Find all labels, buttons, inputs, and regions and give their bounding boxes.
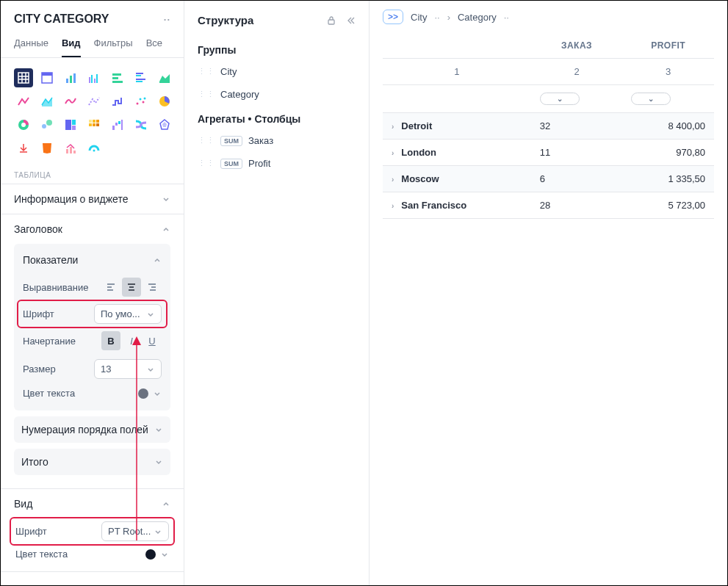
pie-icon[interactable] — [155, 92, 174, 111]
collapse-icon[interactable] — [345, 15, 356, 26]
chevron-right-icon[interactable]: › — [392, 149, 394, 157]
chevron-up-icon — [162, 499, 170, 508]
html-icon[interactable] — [37, 139, 57, 158]
aggregate-label: Заказ — [248, 135, 273, 146]
chevron-down-icon — [146, 365, 155, 374]
download-icon[interactable] — [14, 139, 33, 158]
bold-button[interactable]: B — [101, 331, 120, 350]
breadcrumb-city[interactable]: City — [411, 12, 427, 23]
align-right-button[interactable] — [143, 278, 162, 297]
hbar-icon[interactable] — [108, 68, 127, 87]
combo-icon[interactable] — [61, 139, 80, 158]
filter-pill[interactable]: ⌄ — [540, 93, 580, 105]
svg-rect-0 — [18, 73, 29, 83]
svg-rect-34 — [93, 120, 95, 123]
chevron-right-icon[interactable]: › — [392, 176, 394, 184]
group-label: Category — [220, 89, 259, 100]
indicators-panel: Показатели Выравнивание — [14, 244, 170, 410]
widget-info-toggle[interactable]: Информация о виджете — [1, 184, 184, 214]
grouped-bar-icon[interactable] — [84, 68, 104, 87]
breadcrumb: >> City ·· › Category ·· — [370, 1, 727, 33]
tab-view[interactable]: Вид — [62, 33, 81, 57]
chevron-down-icon[interactable] — [154, 457, 163, 466]
svg-point-29 — [46, 120, 52, 126]
view-color-picker[interactable] — [145, 549, 169, 560]
align-segment — [101, 278, 162, 297]
bar-icon[interactable] — [61, 68, 80, 87]
area-icon[interactable] — [37, 92, 57, 111]
tab-data[interactable]: Данные — [14, 33, 48, 57]
scatter-icon[interactable] — [131, 92, 151, 111]
cell-city: San Francisco — [401, 200, 466, 211]
align-left-button[interactable] — [101, 278, 120, 297]
sankey-icon[interactable] — [131, 115, 151, 134]
cell-order: 6 — [531, 166, 623, 192]
aggregate-item-profit[interactable]: ⋮⋮ SUM Profit — [198, 152, 356, 175]
view-section-toggle[interactable]: Вид — [1, 489, 184, 518]
italic-button[interactable]: I — [122, 331, 141, 350]
svg-rect-35 — [96, 120, 99, 123]
table-icon[interactable] — [14, 68, 33, 87]
align-center-button[interactable] — [122, 278, 141, 297]
text-color-label: Цвет текста — [23, 388, 75, 399]
total-label: Итого — [21, 456, 48, 468]
more-icon[interactable]: ·· — [164, 14, 170, 25]
radar-icon[interactable] — [155, 115, 174, 134]
area-fill-icon[interactable] — [155, 68, 174, 87]
bubble-icon[interactable] — [37, 115, 57, 134]
filter-pill[interactable]: ⌄ — [631, 93, 671, 105]
table-row[interactable]: ›Moscow 6 1 335,50 — [383, 166, 714, 192]
chevron-right-icon: › — [447, 12, 450, 23]
text-color-picker[interactable] — [138, 388, 162, 399]
sum-badge: SUM — [220, 159, 242, 169]
treemap-icon[interactable] — [61, 115, 80, 134]
svg-rect-47 — [73, 151, 76, 153]
chevron-right-icon[interactable]: › — [392, 202, 394, 210]
drag-handle-icon: ⋮⋮ — [198, 138, 215, 143]
widget-name: CITY CATEGORY — [14, 12, 109, 26]
col-header-order: ЗАКАЗ — [531, 33, 623, 59]
underline-button[interactable]: U — [143, 331, 162, 350]
size-select[interactable]: 13 — [94, 359, 162, 379]
svg-point-24 — [144, 98, 146, 100]
gauge-icon[interactable] — [84, 139, 104, 158]
svg-rect-13 — [96, 74, 98, 83]
cell-profit: 8 400,00 — [622, 113, 714, 140]
view-font-row-highlight: Шрифт PT Root... — [10, 517, 175, 546]
dash-line-icon[interactable] — [84, 92, 104, 111]
lock-icon[interactable] — [326, 15, 336, 26]
tab-all[interactable]: Все — [146, 33, 162, 57]
breadcrumb-category[interactable]: Category — [458, 12, 497, 23]
chart-type-grid — [1, 58, 184, 165]
group-item-category[interactable]: ⋮⋮ Category — [198, 83, 356, 106]
view-color-label: Цвет текста — [15, 549, 68, 560]
table-row[interactable]: ›San Francisco 28 5 723,00 — [383, 192, 714, 219]
expand-all-button[interactable]: >> — [383, 10, 403, 24]
svg-rect-17 — [136, 73, 143, 74]
step-icon[interactable] — [108, 92, 127, 111]
donut-icon[interactable] — [14, 115, 33, 134]
table-row[interactable]: ›Detroit 32 8 400,00 — [383, 113, 714, 140]
tab-filters[interactable]: Фильтры — [94, 33, 133, 57]
chevron-right-icon[interactable]: › — [392, 123, 394, 131]
spline-icon[interactable] — [61, 92, 80, 111]
chevron-down-icon[interactable] — [154, 425, 163, 434]
aggregate-item-order[interactable]: ⋮⋮ SUM Заказ — [198, 129, 356, 152]
pivot-icon[interactable] — [37, 68, 57, 87]
svg-rect-11 — [91, 75, 93, 83]
chevron-up-icon[interactable] — [153, 256, 162, 264]
header-section-toggle[interactable]: Заголовок — [1, 214, 184, 244]
line-icon[interactable] — [14, 92, 33, 111]
group-item-city[interactable]: ⋮⋮ City — [198, 60, 356, 83]
waterfall-icon[interactable] — [108, 115, 127, 134]
chevron-up-icon — [162, 225, 170, 234]
font-select[interactable]: По умо... — [94, 304, 162, 324]
svg-rect-33 — [89, 120, 92, 123]
size-value: 13 — [101, 363, 111, 375]
view-font-select[interactable]: PT Root... — [101, 521, 169, 541]
hgrouped-bar-icon[interactable] — [131, 68, 151, 87]
heatmap-icon[interactable] — [84, 115, 104, 134]
cell-order: 32 — [531, 113, 623, 140]
structure-panel: Структура Группы ⋮⋮ City ⋮⋮ Category Агр… — [184, 1, 370, 585]
table-row[interactable]: ›London 11 970,80 — [383, 140, 714, 166]
